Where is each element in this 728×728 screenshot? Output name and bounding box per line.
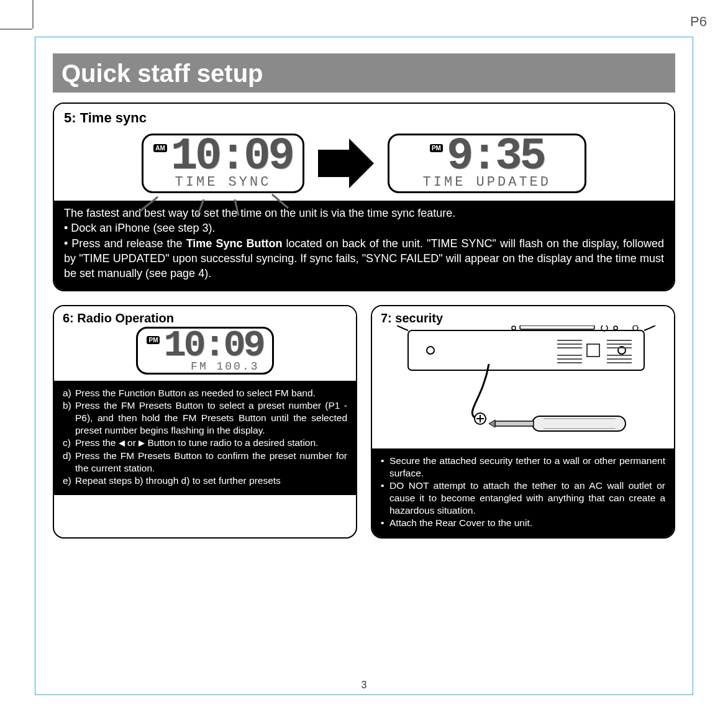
page-corner-label: P6 — [690, 14, 707, 30]
step-c: Press the or Button to tune radio to a d… — [75, 437, 318, 450]
b-bold2: FM Presets Button — [183, 412, 266, 423]
screwdriver-icon — [489, 416, 626, 431]
b-bold1: FM Presets Button — [121, 400, 204, 411]
label-e: e) — [63, 475, 75, 487]
step-e: Repeat steps b) through d) to set furthe… — [75, 475, 281, 487]
label-d: d) — [63, 450, 75, 475]
security-diagram-icon — [389, 325, 657, 444]
section-7-heading: 7: security — [381, 311, 443, 325]
crop-mark-v — [32, 0, 34, 29]
label-a: a) — [63, 387, 75, 399]
a-bold: Function Button — [119, 388, 186, 398]
svg-point-34 — [614, 326, 617, 330]
bullet-dot: • — [381, 455, 389, 480]
lcd-time-sync: AM 10:09 TIME SYNC — [142, 134, 304, 193]
svg-rect-32 — [520, 325, 594, 329]
sec5-bullet1: • Dock an iPhone (see step 3). — [64, 221, 664, 235]
bullet-dot: • — [381, 517, 389, 529]
section-7-body: •Secure the attached security tether to … — [372, 448, 674, 537]
lcd-time-updated: PM 9:35 TIME UPDATED — [388, 134, 586, 193]
step-b: Press the FM Presets Button to select a … — [75, 399, 347, 437]
svg-rect-7 — [408, 330, 644, 370]
c-post: to tune radio to a desired station. — [175, 437, 318, 448]
sec5-line1: The fastest and best way to set the time… — [64, 206, 664, 221]
bullet-dot: • — [381, 480, 389, 517]
d-pre: Press the — [75, 450, 121, 461]
label-c: c) — [63, 437, 75, 450]
lcd-left-time: 10:09 — [171, 138, 293, 176]
d-bold: FM Presets Button — [121, 450, 202, 461]
svg-point-31 — [512, 326, 516, 330]
section-5-body: The fastest and best way to set the time… — [54, 201, 674, 289]
section-5-time-sync: 5: Time sync AM 10:09 TIME SYNC — [53, 102, 675, 291]
svg-point-35 — [633, 325, 638, 330]
sec7-b3: Attach the Rear Cover to the unit. — [389, 517, 532, 529]
a-post: as needed to select FM band. — [186, 388, 316, 398]
lcd-radio-time: 10:09 — [163, 330, 263, 362]
section-7-security: 7: security — [371, 305, 675, 539]
section-5-heading: 5: Time sync — [64, 110, 664, 126]
lcd-radio: PM 10:09 FM 100.3 — [136, 327, 273, 375]
security-illustration — [381, 325, 665, 445]
label-b: b) — [63, 399, 75, 437]
pm-badge-radio: PM — [147, 336, 160, 344]
c-pre: Press the — [75, 437, 119, 448]
svg-marker-4 — [318, 139, 374, 188]
b-pre: Press the — [75, 400, 121, 411]
page-frame: Quick staff setup 5: Time sync AM 10:09 … — [35, 37, 693, 695]
lcd-right-time: 9:35 — [447, 138, 544, 176]
c-bold: Button — [148, 437, 176, 448]
step-d: Press the FM Presets Button to confirm t… — [75, 450, 347, 475]
sec7-b1: Secure the attached security tether to a… — [389, 455, 665, 480]
page-title: Quick staff setup — [61, 60, 667, 88]
title-bar: Quick staff setup — [53, 53, 675, 93]
svg-rect-27 — [495, 421, 534, 426]
lcd-left-label: TIME SYNC — [175, 175, 271, 190]
svg-marker-6 — [139, 440, 145, 447]
sec5-b2a: • Press and release the — [64, 237, 186, 250]
lcd-right-label: TIME UPDATED — [423, 175, 551, 190]
arrow-right-icon — [318, 139, 374, 188]
section-6-radio-operation: 6: Radio Operation PM 10:09 FM 100.3 — [53, 305, 357, 539]
sec7-b2: DO NOT attempt to attach the tether to a… — [389, 480, 665, 517]
section-6-heading: 6: Radio Operation — [63, 311, 347, 325]
svg-marker-5 — [119, 440, 125, 447]
a-pre: Press the — [75, 388, 119, 398]
pm-badge: PM — [430, 144, 443, 152]
am-badge: AM — [153, 144, 167, 152]
svg-marker-28 — [489, 420, 495, 427]
sec5-b2bold: Time Sync Button — [186, 237, 283, 250]
lcd-radio-label: FM 100.3 — [191, 360, 263, 373]
sec5-bullet2: • Press and release the Time Sync Button… — [64, 236, 664, 281]
footer-page-number: 3 — [35, 680, 693, 691]
crop-mark-h — [0, 29, 32, 30]
section-6-body: a)Press the Function Button as needed to… — [54, 381, 356, 495]
triangle-right-icon — [139, 437, 145, 450]
c-mid: or — [125, 437, 139, 448]
step-a: Press the Function Button as needed to s… — [75, 387, 316, 399]
triangle-left-icon — [119, 437, 125, 450]
